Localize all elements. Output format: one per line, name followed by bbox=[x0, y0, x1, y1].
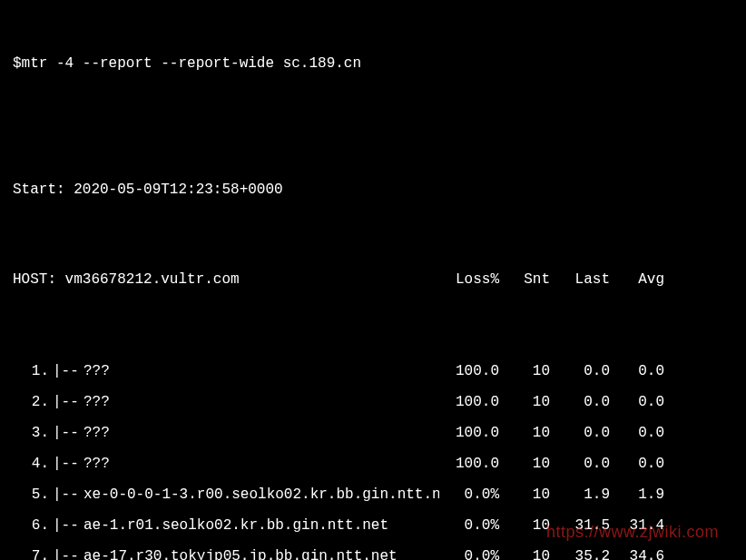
hop-snt: 10 bbox=[499, 516, 550, 535]
hop-snt: 10 bbox=[499, 454, 550, 474]
hop-row: 4.|--???100.0100.00.0 bbox=[13, 449, 733, 480]
hop-host: ??? bbox=[83, 454, 439, 474]
hop-host: xe-0-0-0-1-3.r00.seolko02.kr.bb.gin.ntt.… bbox=[83, 485, 439, 505]
hop-number: 2. bbox=[13, 392, 53, 412]
hops-list: 1.|--???100.0100.00.02.|--???100.0100.00… bbox=[13, 357, 733, 560]
hop-avg: 34.6 bbox=[610, 546, 664, 560]
hop-host: ??? bbox=[83, 392, 439, 412]
hop-loss: 100.0 bbox=[439, 361, 499, 381]
hop-last: 1.9 bbox=[550, 485, 610, 505]
hop-row: 5.|--xe-0-0-0-1-3.r00.seolko02.kr.bb.gin… bbox=[13, 480, 733, 511]
hop-host: ae-17.r30.tokyjp05.jp.bb.gin.ntt.net bbox=[83, 546, 439, 560]
hop-number: 4. bbox=[13, 454, 53, 474]
hop-loss: 0.0% bbox=[439, 485, 499, 505]
hop-number: 7. bbox=[13, 546, 53, 560]
hop-snt: 10 bbox=[499, 361, 550, 381]
hop-snt: 10 bbox=[499, 546, 550, 560]
hop-loss: 100.0 bbox=[439, 392, 499, 412]
terminal-output: $mtr -4 --report --report-wide sc.189.cn… bbox=[0, 0, 746, 560]
hop-loss: 100.0 bbox=[439, 454, 499, 474]
hop-pipe: |-- bbox=[53, 361, 83, 381]
hop-host: ??? bbox=[83, 423, 439, 443]
hop-row: 7.|--ae-17.r30.tokyjp05.jp.bb.gin.ntt.ne… bbox=[13, 542, 733, 560]
hop-loss: 0.0% bbox=[439, 516, 499, 535]
columns-header: HOST: vm36678212.vultr.com Loss% Snt Las… bbox=[13, 265, 733, 296]
hop-host: ae-1.r01.seolko02.kr.bb.gin.ntt.net bbox=[83, 516, 439, 535]
hop-row: 6.|--ae-1.r01.seolko02.kr.bb.gin.ntt.net… bbox=[13, 511, 733, 542]
hop-avg: 0.0 bbox=[610, 454, 664, 474]
hop-pipe: |-- bbox=[53, 454, 83, 474]
hop-number: 6. bbox=[13, 516, 53, 535]
hop-last: 35.2 bbox=[550, 546, 610, 560]
hop-snt: 10 bbox=[499, 392, 550, 412]
hop-last: 0.0 bbox=[550, 361, 610, 381]
hop-number: 3. bbox=[13, 423, 53, 443]
hop-snt: 10 bbox=[499, 485, 550, 505]
host-header: HOST: vm36678212.vultr.com bbox=[13, 270, 439, 290]
start-line: Start: 2020-05-09T12:23:58+0000 bbox=[13, 176, 733, 203]
hop-number: 5. bbox=[13, 485, 53, 505]
command-line: $mtr -4 --report --report-wide sc.189.cn bbox=[13, 50, 733, 77]
hop-last: 0.0 bbox=[550, 423, 610, 443]
hop-avg: 0.0 bbox=[610, 361, 664, 381]
hop-pipe: |-- bbox=[53, 423, 83, 443]
hop-pipe: |-- bbox=[53, 516, 83, 535]
hop-host: ??? bbox=[83, 361, 439, 381]
hop-number: 1. bbox=[13, 361, 53, 381]
hop-last: 31.5 bbox=[550, 516, 610, 535]
hop-row: 2.|--???100.0100.00.0 bbox=[13, 388, 733, 418]
col-snt: Snt bbox=[499, 270, 550, 290]
hop-pipe: |-- bbox=[53, 546, 83, 560]
hop-row: 1.|--???100.0100.00.0 bbox=[13, 357, 733, 388]
hop-loss: 100.0 bbox=[439, 423, 499, 443]
col-avg: Avg bbox=[610, 270, 664, 290]
hop-last: 0.0 bbox=[550, 454, 610, 474]
col-loss: Loss% bbox=[439, 270, 499, 290]
hop-row: 3.|--???100.0100.00.0 bbox=[13, 418, 733, 449]
hop-pipe: |-- bbox=[53, 392, 83, 412]
spacer bbox=[13, 118, 733, 136]
hop-last: 0.0 bbox=[550, 392, 610, 412]
hop-snt: 10 bbox=[499, 423, 550, 443]
hop-avg: 0.0 bbox=[610, 392, 664, 412]
hop-loss: 0.0% bbox=[439, 546, 499, 560]
hop-avg: 31.4 bbox=[610, 516, 664, 535]
col-last: Last bbox=[550, 270, 610, 290]
hop-avg: 0.0 bbox=[610, 423, 664, 443]
hop-pipe: |-- bbox=[53, 485, 83, 505]
hop-avg: 1.9 bbox=[610, 485, 664, 505]
